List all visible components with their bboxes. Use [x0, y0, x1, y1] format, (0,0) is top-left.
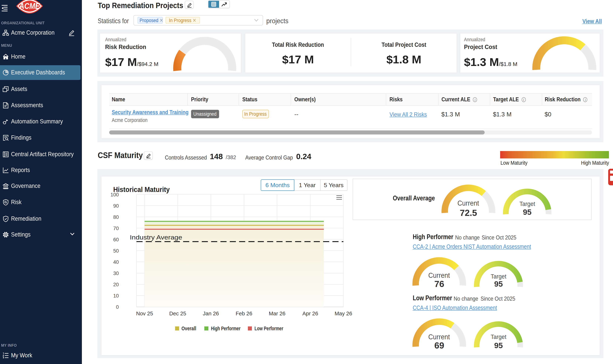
svg-text:70: 70 — [113, 226, 119, 231]
svg-text:20: 20 — [113, 282, 119, 287]
svg-text:Jan 26: Jan 26 — [203, 311, 219, 316]
svg-text:Feb 26: Feb 26 — [236, 311, 252, 316]
svg-text:0: 0 — [116, 304, 119, 310]
svg-text:50: 50 — [113, 248, 119, 254]
svg-text:Industry Average: Industry Average — [130, 234, 182, 241]
svg-text:Mar 26: Mar 26 — [269, 311, 285, 316]
svg-text:High Performer: High Performer — [211, 325, 241, 331]
svg-text:Dec 25: Dec 25 — [169, 311, 186, 316]
svg-text:May 26: May 26 — [335, 311, 352, 316]
svg-text:100: 100 — [110, 192, 119, 197]
svg-text:Nov 25: Nov 25 — [136, 311, 153, 316]
svg-text:80: 80 — [113, 214, 119, 220]
svg-text:Apr 26: Apr 26 — [302, 311, 318, 316]
svg-text:Low Performer: Low Performer — [255, 325, 283, 331]
svg-text:40: 40 — [113, 259, 119, 265]
svg-text:Overall: Overall — [181, 325, 196, 331]
svg-text:30: 30 — [113, 271, 119, 276]
svg-text:90: 90 — [113, 203, 119, 209]
svg-text:ACME: ACME — [19, 1, 40, 11]
svg-text:60: 60 — [113, 237, 119, 242]
svg-text:10: 10 — [113, 293, 119, 299]
